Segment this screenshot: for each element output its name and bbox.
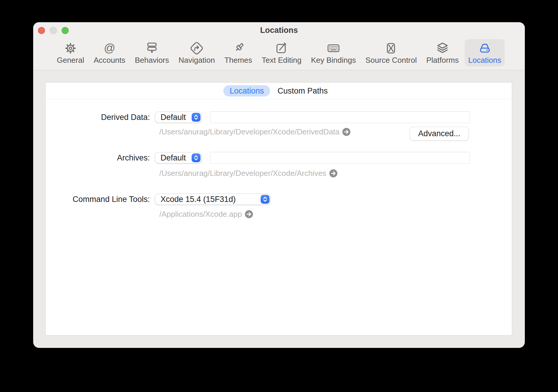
text-editing-icon xyxy=(275,41,289,55)
derived-data-path: /Users/anurag/Library/Developer/Xcode/De… xyxy=(159,127,339,136)
toolbar-item-label: Text Editing xyxy=(262,56,302,65)
segmented-tabs: Locations Custom Paths xyxy=(46,83,512,99)
arrow-right-circle-icon[interactable] xyxy=(245,210,253,218)
window-title: Locations xyxy=(33,25,525,35)
paintbrush-icon xyxy=(231,41,246,55)
toolbar-item-label: Platforms xyxy=(426,56,459,65)
toolbar-item-label: Navigation xyxy=(179,56,215,65)
toolbar-item-label: Locations xyxy=(468,56,501,65)
chevron-up-down-icon xyxy=(192,153,201,162)
toolbar-item-label: Behaviors xyxy=(135,56,169,65)
advanced-button[interactable]: Advanced... xyxy=(410,127,469,141)
arrow-right-circle-icon[interactable] xyxy=(342,128,350,136)
tab-locations[interactable]: Locations xyxy=(465,39,505,66)
command-line-tools-path-row: /Applications/Xcode.app xyxy=(159,210,253,219)
toolbar-item-label: Source Control xyxy=(365,56,417,65)
archives-path-row: /Users/anurag/Library/Developer/Xcode/Ar… xyxy=(159,169,337,178)
archives-path: /Users/anurag/Library/Developer/Xcode/Ar… xyxy=(159,169,326,178)
derived-data-custom-path-field[interactable] xyxy=(210,111,470,123)
tab-locations-segment[interactable]: Locations xyxy=(223,85,270,97)
window-header: Locations G xyxy=(33,22,525,70)
layers-icon xyxy=(435,41,450,55)
toolbar-item-label: Themes xyxy=(225,56,252,65)
tab-accounts[interactable]: @ Accounts xyxy=(90,39,129,66)
desktop-background: Locations G xyxy=(0,0,558,392)
source-control-icon xyxy=(384,41,398,55)
derived-data-label: Derived Data: xyxy=(46,112,150,123)
popup-value: Default xyxy=(161,112,186,123)
settings-toolbar: General @ Accounts xyxy=(33,39,525,66)
tab-key-bindings[interactable]: Key Bindings xyxy=(307,39,360,66)
popup-value: Xcode 15.4 (15F31d) xyxy=(161,194,236,205)
at-sign-icon: @ xyxy=(102,41,117,55)
derived-data-path-row: /Users/anurag/Library/Developer/Xcode/De… xyxy=(159,127,350,136)
command-line-tools-path: /Applications/Xcode.app xyxy=(159,210,242,219)
archives-label: Archives: xyxy=(46,152,150,163)
tab-platforms[interactable]: Platforms xyxy=(423,39,462,66)
chevron-up-down-icon xyxy=(192,113,201,122)
tab-custom-paths-segment[interactable]: Custom Paths xyxy=(271,85,334,97)
tab-navigation[interactable]: Navigation xyxy=(175,39,219,66)
command-line-tools-label: Command Line Tools: xyxy=(46,194,150,205)
arrow-right-circle-icon[interactable] xyxy=(329,169,337,177)
archives-popup[interactable]: Default xyxy=(155,152,202,163)
tab-behaviors[interactable]: Behaviors xyxy=(131,39,173,66)
popup-value: Default xyxy=(161,152,186,163)
behaviors-icon xyxy=(145,41,159,55)
svg-text:@: @ xyxy=(104,42,115,54)
command-line-tools-popup[interactable]: Xcode 15.4 (15F31d) xyxy=(155,194,271,205)
archives-custom-path-field[interactable] xyxy=(210,152,470,164)
tab-source-control[interactable]: Source Control xyxy=(362,39,420,66)
tab-text-editing[interactable]: Text Editing xyxy=(258,39,305,66)
xcode-settings-window: Locations G xyxy=(33,22,525,348)
locations-panel: Locations Custom Paths Derived Data: Def… xyxy=(45,82,512,335)
keyboard-icon xyxy=(326,41,341,55)
toolbar-item-label: Accounts xyxy=(94,56,125,65)
derived-data-popup[interactable]: Default xyxy=(155,112,202,123)
gear-icon xyxy=(63,41,78,55)
tab-general[interactable]: General xyxy=(53,39,88,66)
toolbar-item-label: General xyxy=(57,56,84,65)
hard-drive-icon xyxy=(478,41,492,55)
toolbar-item-label: Key Bindings xyxy=(311,56,356,65)
tab-themes[interactable]: Themes xyxy=(221,39,256,66)
chevron-up-down-icon xyxy=(261,195,270,204)
navigation-icon xyxy=(190,41,204,55)
